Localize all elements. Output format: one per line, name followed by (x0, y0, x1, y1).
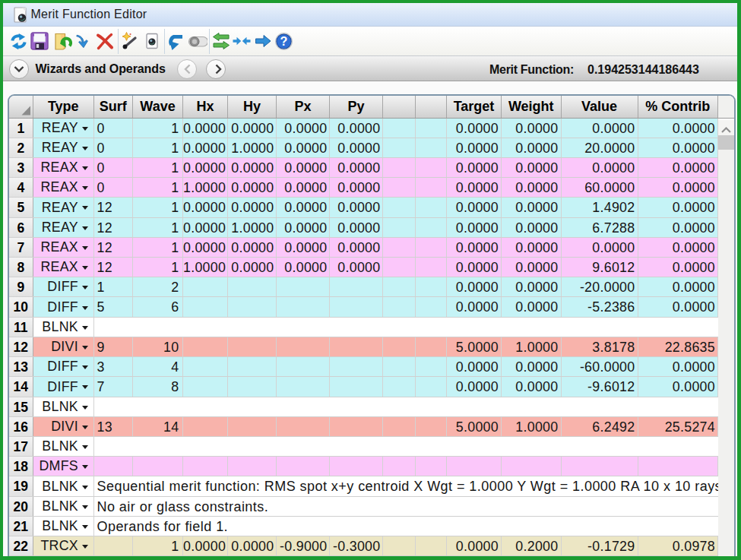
svg-text:?: ? (280, 33, 287, 47)
